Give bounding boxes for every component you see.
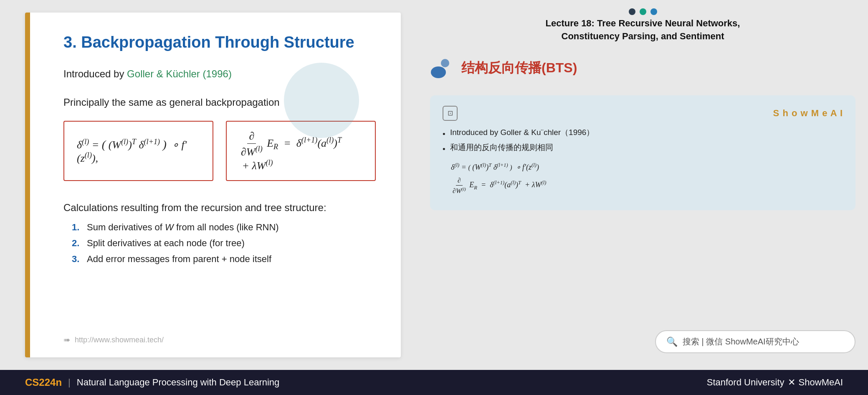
ai-icon: ⊡ (448, 109, 453, 117)
card-formula-area: δ(l) = ( (W(l))T δ(l+1) ) ∘ f′(z(l)) ∂ (443, 162, 843, 195)
heading-icon (430, 56, 455, 81)
search-bar[interactable]: 🔍 搜索 | 微信 ShowMeAI研究中心 (655, 330, 855, 353)
dot-3 (650, 8, 657, 15)
formula-2-math: ∂ ∂W(l) ER = δ(l+1)(a(l))T + λW(l) (239, 130, 362, 172)
showmeai-label: S h o w M e A I (773, 108, 843, 119)
dot-1 (629, 8, 635, 15)
footer-brand: ShowMeAI (799, 377, 843, 388)
svg-point-0 (431, 66, 446, 78)
list-item: 1. Sum derivatives of W from all nodes (… (72, 222, 376, 233)
footer: CS224n | Natural Language Processing wit… (0, 370, 868, 395)
slide-calculations: Calculations resulting from the recursio… (63, 202, 376, 214)
url-text: http://www.showmeai.tech/ (75, 336, 164, 344)
card-bullet-2: • 和通用的反向传播的规则相同 (443, 142, 843, 154)
svg-point-1 (441, 59, 449, 67)
list-item: 2. Split derivatives at each node (for t… (72, 238, 376, 249)
list-num-1: 1. (72, 222, 82, 233)
dots-row (629, 8, 657, 15)
formula-1-math: δ(l) = ( (W(l))T δ(l+1) ) ∘ f′(z(l)), (77, 138, 200, 165)
lecture-title: Lecture 18: Tree Recursive Neural Networ… (546, 17, 740, 43)
slide-panel: 3. Backpropagation Through Structure Int… (25, 13, 401, 357)
highlight-author: Goller & Küchler (1996) (127, 68, 232, 79)
chinese-title: 结构反向传播(BTS) (461, 60, 577, 75)
list-num-3: 3. (72, 254, 82, 265)
bullet-dot-1: • (443, 130, 446, 139)
list-item: 3. Add error messages from parent + node… (72, 254, 376, 265)
slide-title: 3. Backpropagation Through Structure (63, 33, 376, 51)
footer-divider: | (68, 377, 71, 388)
lecture-title-line2: Constituency Parsing, and Sentiment (546, 30, 740, 43)
footer-left: CS224n | Natural Language Processing wit… (25, 377, 279, 388)
card-badge: ⊡ S h o w M e A I (443, 106, 843, 121)
right-heading-text: 结构反向传播(BTS) (461, 59, 577, 77)
search-text: 搜索 | 微信 ShowMeAI研究中心 (683, 336, 799, 347)
footer-x: ✕ (788, 377, 795, 388)
slide-url: ➠ http://www.showmeai.tech/ (63, 335, 164, 345)
search-icon: 🔍 (666, 336, 678, 347)
list-item-1-text: Sum derivatives of W from all nodes (lik… (87, 222, 279, 233)
footer-course-name: Natural Language Processing with Deep Le… (77, 377, 280, 388)
right-panel: Lecture 18: Tree Recursive Neural Networ… (418, 0, 868, 370)
right-heading: 结构反向传播(BTS) (430, 56, 855, 81)
lecture-title-line1: Lecture 18: Tree Recursive Neural Networ… (546, 17, 740, 30)
slide-list: 1. Sum derivatives of W from all nodes (… (63, 222, 376, 270)
content-area: 3. Backpropagation Through Structure Int… (0, 0, 868, 370)
list-item-2-text: Split derivatives at each node (for tree… (87, 238, 245, 249)
footer-right: Stanford University ✕ ShowMeAI (707, 377, 843, 388)
footer-university: Stanford University (707, 377, 784, 388)
main-container: 3. Backpropagation Through Structure Int… (0, 0, 868, 395)
formula-box-1: δ(l) = ( (W(l))T δ(l+1) ) ∘ f′(z(l)), (63, 121, 213, 181)
bullet-dot-2: • (443, 145, 446, 154)
card-bullet-1-text: Introduced by Goller & Ku¨chler（1996） (450, 127, 594, 139)
footer-course-code: CS224n (25, 377, 62, 388)
card-icon: ⊡ (443, 106, 458, 121)
card-formula-2: ∂ ∂W(l) ER = δ(l+1)(a(l))T + λW(l) (451, 177, 843, 195)
list-item-3-text: Add error messages from parent + node it… (87, 254, 271, 265)
card-bullet-1: • Introduced by Goller & Ku¨chler（1996） (443, 127, 843, 139)
decorative-circle (284, 63, 359, 138)
card-formula-1: δ(l) = ( (W(l))T δ(l+1) ) ∘ f′(z(l)) (451, 162, 843, 172)
dot-2 (640, 8, 646, 15)
cursor-icon: ➠ (63, 335, 71, 345)
list-num-2: 2. (72, 238, 82, 249)
info-card: ⊡ S h o w M e A I • Introduced by Goller… (430, 95, 855, 210)
card-bullet-2-text: 和通用的反向传播的规则相同 (450, 142, 553, 154)
